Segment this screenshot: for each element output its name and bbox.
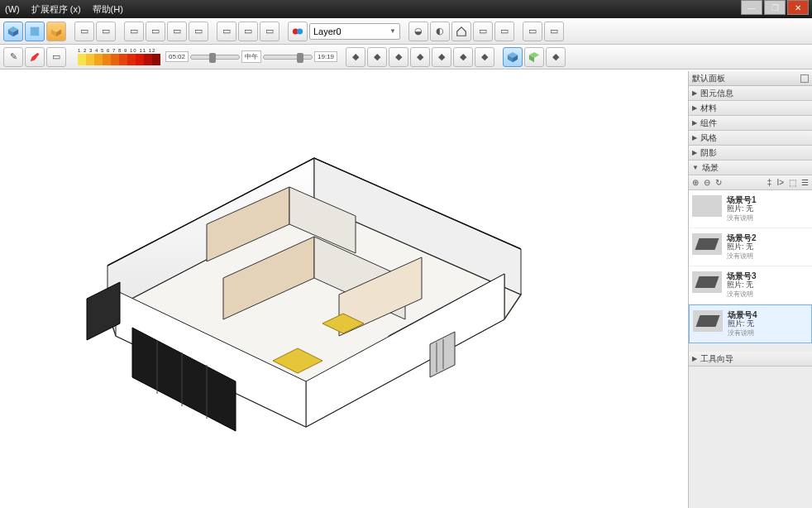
draw-btn-2[interactable] <box>25 47 45 67</box>
slider-knob[interactable] <box>297 53 303 63</box>
scene-name: 场景号2 <box>727 233 757 242</box>
panel-header[interactable]: 默认面板 <box>689 71 812 86</box>
scene-note: 没有说明 <box>728 328 757 338</box>
scene-tool-a[interactable]: ‡ <box>767 178 772 187</box>
scene-row[interactable]: 场景号4 照片: 无 没有说明 <box>689 304 812 343</box>
scene-info: 场景号3 照片: 无 没有说明 <box>727 271 757 299</box>
accordion-label: 场景 <box>702 162 719 174</box>
panel-toggle-icon[interactable] <box>800 74 809 83</box>
scene-info: 场景号1 照片: 无 没有说明 <box>727 195 757 223</box>
scene-thumbnail <box>693 310 723 332</box>
scene-list: 场景号1 照片: 无 没有说明 场景号2 照片: 无 没有说明 场景号3 照片:… <box>689 190 812 343</box>
view-btn-7[interactable]: ▭ <box>217 22 236 41</box>
scene-update-btn[interactable]: ↻ <box>715 178 722 187</box>
scene-menu-btn[interactable]: ☰ <box>801 178 809 187</box>
close-button[interactable]: ✕ <box>787 0 809 15</box>
time-display-2: 中午 <box>241 50 261 63</box>
palette-swatch[interactable] <box>144 54 152 65</box>
scene-photo: 照片: 无 <box>727 242 757 252</box>
scene-row[interactable]: 场景号2 照片: 无 没有说明 <box>689 228 812 266</box>
style-btn-1[interactable]: ◆ <box>346 47 365 67</box>
view-btn-5[interactable]: ▭ <box>167 22 187 41</box>
maximize-button[interactable]: ❐ <box>764 0 786 15</box>
time-display-1: 05:02 <box>165 51 189 62</box>
view-btn-9[interactable]: ▭ <box>260 22 279 41</box>
view-btn-1[interactable]: ▭ <box>74 22 94 41</box>
accordion-materials[interactable]: ▶材料 <box>689 101 812 116</box>
accordion-components[interactable]: ▶组件 <box>689 116 812 131</box>
nav-btn-7[interactable]: ▭ <box>544 22 564 41</box>
accordion-instructor[interactable]: ▶工具向导 <box>689 352 812 367</box>
nav-btn-5[interactable]: ▭ <box>494 22 514 41</box>
view-btn-2[interactable]: ▭ <box>96 22 116 41</box>
tool-btn-3[interactable] <box>46 22 66 41</box>
scene-toolbar: ⊕ ⊖ ↻ ‡ I> ⬚ ☰ <box>689 175 812 190</box>
tool-btn-1[interactable] <box>3 22 23 41</box>
scene-remove-btn[interactable]: ⊖ <box>704 178 710 187</box>
palette-swatch[interactable] <box>94 54 103 65</box>
triangle-down-icon: ▼ <box>692 164 699 171</box>
nav-btn-1[interactable]: ◒ <box>408 22 428 41</box>
scene-name: 场景号1 <box>727 195 757 204</box>
style-btn-5[interactable]: ◆ <box>432 47 451 67</box>
palette-swatch[interactable] <box>111 54 119 65</box>
style-btn-7[interactable]: ◆ <box>475 47 494 67</box>
accordion-entity-info[interactable]: ▶图元信息 <box>689 86 812 101</box>
time-slider-2[interactable] <box>263 55 313 60</box>
view-btn-4[interactable]: ▭ <box>146 22 165 41</box>
layer-color-btn[interactable] <box>288 22 308 41</box>
accordion-styles[interactable]: ▶风格 <box>689 131 812 146</box>
render-btn-3[interactable]: ◆ <box>546 47 566 67</box>
view-btn-3[interactable]: ▭ <box>124 22 144 41</box>
draw-btn-3[interactable]: ▭ <box>46 47 66 67</box>
render-btn-1[interactable] <box>503 47 523 67</box>
scene-row[interactable]: 场景号1 照片: 无 没有说明 <box>689 190 812 228</box>
palette-swatch[interactable] <box>103 54 111 65</box>
scene-thumbnail <box>692 233 722 255</box>
triangle-right-icon: ▶ <box>692 355 697 362</box>
nav-btn-6[interactable]: ▭ <box>523 22 542 41</box>
palette-swatch[interactable] <box>78 54 86 65</box>
triangle-right-icon: ▶ <box>692 149 697 156</box>
triangle-right-icon: ▶ <box>692 89 697 97</box>
palette-swatch[interactable] <box>86 54 94 65</box>
palette-swatch[interactable] <box>152 54 160 65</box>
nav-btn-4[interactable]: ▭ <box>473 22 493 41</box>
scene-tool-b[interactable]: I> <box>776 178 784 187</box>
palette-swatch[interactable] <box>136 54 144 65</box>
style-btn-4[interactable]: ◆ <box>410 47 430 67</box>
draw-btn-1[interactable]: ✎ <box>3 47 23 67</box>
nav-home-btn[interactable] <box>451 22 471 41</box>
triangle-right-icon: ▶ <box>692 134 697 141</box>
layer-select-value: Layer0 <box>313 26 342 36</box>
style-btn-6[interactable]: ◆ <box>453 47 473 67</box>
toolbar-secondary: ✎ ▭ 1 2 3 4 5 6 7 8 9 10 11 12 05:02 中午 … <box>0 45 812 69</box>
palette-swatch[interactable] <box>127 54 136 65</box>
view-btn-8[interactable]: ▭ <box>238 22 258 41</box>
style-btn-3[interactable]: ◆ <box>389 47 408 67</box>
scene-note: 没有说明 <box>727 290 757 299</box>
cube-icon <box>29 26 41 37</box>
style-btn-2[interactable]: ◆ <box>367 47 387 67</box>
scene-tool-c[interactable]: ⬚ <box>789 178 796 187</box>
slider-knob[interactable] <box>209 53 216 63</box>
layer-select[interactable]: Layer0 ▼ <box>309 23 400 40</box>
panel-title: 默认面板 <box>692 73 725 84</box>
menu-item[interactable]: (W) <box>5 4 20 14</box>
time-slider-1[interactable] <box>190 55 240 60</box>
viewport[interactable] <box>0 71 688 508</box>
minimize-button[interactable]: — <box>741 0 762 15</box>
layer-icon <box>292 26 303 37</box>
toolbar-main: ▭ ▭ ▭ ▭ ▭ ▭ ▭ ▭ ▭ Layer0 ▼ ◒ ◐ ▭ ▭ ▭ ▭ <box>0 18 812 45</box>
view-btn-6[interactable]: ▭ <box>189 22 208 41</box>
render-btn-2[interactable] <box>524 47 544 67</box>
menu-item[interactable]: 帮助(H) <box>93 3 123 16</box>
scene-row[interactable]: 场景号3 照片: 无 没有说明 <box>689 266 812 304</box>
menu-item[interactable]: 扩展程序 (x) <box>31 3 81 16</box>
accordion-scenes[interactable]: ▼场景 <box>689 161 812 175</box>
nav-btn-2[interactable]: ◐ <box>430 22 450 41</box>
tool-btn-2[interactable] <box>25 22 45 41</box>
scene-add-btn[interactable]: ⊕ <box>692 178 699 187</box>
palette-swatch[interactable] <box>119 54 127 65</box>
accordion-shadows[interactable]: ▶阴影 <box>689 146 812 161</box>
